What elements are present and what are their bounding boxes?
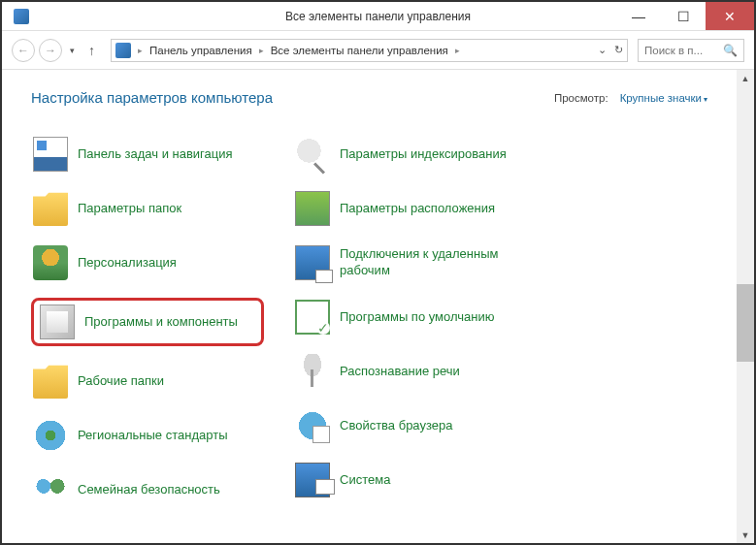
system-icon — [295, 463, 330, 497]
chevron-down-icon: ▾ — [704, 95, 707, 104]
item-programs-features[interactable]: Программы и компоненты — [31, 298, 264, 346]
chevron-right-icon[interactable]: ▸ — [256, 46, 267, 55]
view-label: Просмотр: — [554, 92, 608, 104]
scroll-thumb[interactable] — [737, 284, 754, 362]
address-dropdown[interactable]: ⌄ — [598, 44, 607, 56]
item-personalization[interactable]: Персонализация — [31, 243, 264, 282]
items-grid: Панель задач и навигация Параметры папок… — [31, 135, 707, 509]
item-system[interactable]: Система — [293, 461, 526, 499]
programs-icon — [40, 305, 75, 339]
header-row: Настройка параметров компьютера Просмотр… — [31, 89, 707, 106]
search-box[interactable]: 🔍 — [638, 39, 744, 62]
forward-button[interactable]: → — [39, 39, 62, 62]
item-remote-connections[interactable]: Подключения к удаленным рабочим — [293, 243, 526, 282]
magnifier-icon — [295, 137, 330, 172]
personalization-icon — [33, 245, 68, 280]
item-default-programs[interactable]: Программы по умолчанию — [293, 298, 526, 337]
remote-icon — [295, 245, 330, 280]
folder-icon — [33, 191, 68, 226]
default-programs-icon — [295, 300, 330, 335]
maximize-button[interactable]: ☐ — [661, 2, 706, 30]
app-icon — [14, 9, 29, 24]
scrollbar[interactable]: ▲ ▼ — [737, 70, 754, 543]
item-taskbar-navigation[interactable]: Панель задач и навигация — [31, 135, 264, 174]
globe-icon — [33, 418, 68, 453]
window-title: Все элементы панели управления — [285, 10, 471, 23]
chevron-right-icon[interactable]: ▸ — [135, 46, 146, 55]
location-icon — [295, 191, 330, 226]
breadcrumb-current[interactable]: Все элементы панели управления — [271, 45, 448, 56]
close-button[interactable]: ✕ — [706, 2, 754, 30]
titlebar: Все элементы панели управления — ☐ ✕ — [2, 2, 754, 31]
page-heading: Настройка параметров компьютера — [31, 89, 273, 106]
back-button[interactable]: ← — [12, 39, 35, 62]
refresh-button[interactable]: ↻ — [614, 44, 623, 56]
item-regional-standards[interactable]: Региональные стандарты — [31, 416, 264, 455]
main-content: Настройка параметров компьютера Просмотр… — [2, 70, 737, 543]
address-bar[interactable]: ▸ Панель управления ▸ Все элементы панел… — [111, 39, 628, 62]
work-folders-icon — [33, 364, 68, 399]
items-column-1: Панель задач и навигация Параметры папок… — [31, 135, 264, 509]
family-icon — [33, 472, 68, 507]
scroll-down-button[interactable]: ▼ — [737, 527, 754, 543]
scroll-up-button[interactable]: ▲ — [737, 70, 754, 86]
scroll-track[interactable] — [737, 86, 754, 527]
view-dropdown[interactable]: Крупные значки▾ — [620, 92, 707, 104]
item-family-safety[interactable]: Семейная безопасность — [31, 470, 264, 509]
item-indexing-options[interactable]: Параметры индексирования — [293, 135, 526, 174]
item-speech-recognition[interactable]: Распознавание речи — [293, 352, 526, 391]
item-browser-properties[interactable]: Свойства браузера — [293, 406, 526, 445]
taskbar-icon — [33, 137, 68, 172]
view-selector: Просмотр: Крупные значки▾ — [554, 92, 707, 104]
browser-icon — [295, 408, 330, 443]
up-button[interactable]: ↑ — [82, 43, 101, 58]
minimize-button[interactable]: — — [616, 2, 661, 30]
history-dropdown[interactable]: ▾ — [66, 46, 79, 55]
item-work-folders[interactable]: Рабочие папки — [31, 362, 264, 401]
chevron-right-icon[interactable]: ▸ — [452, 46, 463, 55]
item-location-settings[interactable]: Параметры расположения — [293, 189, 526, 228]
content-area: Настройка параметров компьютера Просмотр… — [2, 70, 754, 543]
search-icon[interactable]: 🔍 — [723, 44, 738, 57]
toolbar: ← → ▾ ↑ ▸ Панель управления ▸ Все элемен… — [2, 31, 754, 70]
window-controls: — ☐ ✕ — [616, 2, 754, 30]
items-column-2: Параметры индексирования Параметры распо… — [293, 135, 526, 509]
address-icon — [115, 43, 131, 58]
breadcrumb-root[interactable]: Панель управления — [149, 45, 252, 56]
search-input[interactable] — [644, 45, 722, 56]
item-folder-options[interactable]: Параметры папок — [31, 189, 264, 228]
microphone-icon — [295, 354, 330, 389]
